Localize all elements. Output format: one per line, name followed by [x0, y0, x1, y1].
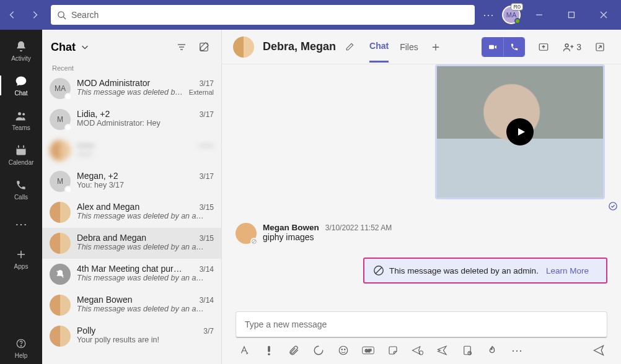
format-button[interactable]: [238, 344, 250, 357]
svg-rect-7: [17, 147, 26, 149]
rail-label: Activity: [11, 55, 31, 62]
stream-button[interactable]: [436, 344, 449, 357]
chat-list-item[interactable]: Polly3/7Your polly results are in!: [42, 321, 221, 352]
chat-item-preview: This message was deleted by an a…: [77, 274, 204, 282]
chat-list-pane: Chat Recent MAMOD Administrator3/17This …: [42, 30, 222, 364]
rail-activity[interactable]: Activity: [0, 35, 42, 67]
chat-item-avatar: [50, 233, 71, 254]
add-tab-button[interactable]: ＋: [429, 38, 442, 55]
chat-list-item[interactable]: 4th Mar Meeting chat pur…3/14This messag…: [42, 259, 221, 290]
tab-chat[interactable]: Chat: [369, 31, 389, 63]
blocked-icon: [373, 265, 384, 276]
chat-list-header: Chat: [42, 30, 221, 64]
conversation-body[interactable]: Megan Bowen 3/10/2022 11:52 AM giphy ima…: [222, 64, 621, 303]
chat-item-date: 3/17: [200, 172, 214, 181]
new-chat-button[interactable]: [195, 38, 213, 56]
plus-icon: [14, 248, 28, 261]
svg-line-1: [63, 17, 66, 19]
svg-point-4: [18, 112, 21, 115]
deleted-message-banner: This message was deleted by an admin. Le…: [363, 258, 607, 284]
chat-item-avatar: MA: [50, 78, 71, 99]
attach-button[interactable]: [288, 344, 300, 357]
message-text: giphy images: [263, 232, 392, 242]
priority-button[interactable]: [263, 344, 275, 357]
chat-item-avatar: [50, 202, 71, 223]
chat-item-avatar: [50, 140, 71, 161]
participants-button[interactable]: 3: [562, 41, 581, 53]
call-button-group: [482, 37, 525, 57]
learn-more-link[interactable]: Learn More: [546, 266, 589, 275]
rail-help[interactable]: Help: [0, 332, 42, 364]
chat-item-date: 3/14: [200, 296, 214, 305]
minimize-button[interactable]: [526, 1, 553, 29]
compose-input[interactable]: Type a new message: [236, 311, 607, 338]
chat-list-item[interactable]: Alex and Megan3/15This message was delet…: [42, 197, 221, 228]
rail-label: Calls: [14, 194, 28, 201]
chat-list-item[interactable]: MAMOD Administrator3/17This message was …: [42, 73, 221, 104]
svg-point-11: [20, 345, 21, 346]
emoji-button[interactable]: [337, 344, 350, 357]
conversation-title: Debra, Megan: [263, 40, 336, 53]
loop-button[interactable]: [312, 344, 325, 357]
svg-point-19: [565, 44, 568, 47]
share-screen-button[interactable]: [534, 37, 553, 57]
chat-list-title: Chat: [51, 41, 76, 54]
audio-call-button[interactable]: [503, 38, 524, 56]
sticker-button[interactable]: [387, 344, 399, 357]
chat-list-item[interactable]: Megan Bowen3/14This message was deleted …: [42, 290, 221, 321]
viva-button[interactable]: [486, 344, 498, 357]
teams-icon: [14, 109, 28, 123]
search-icon: [57, 11, 66, 20]
rail-calls[interactable]: Calls: [0, 173, 42, 206]
more-menu[interactable]: ⋯: [480, 8, 497, 22]
svg-rect-26: [268, 346, 270, 352]
rail-calendar[interactable]: Calendar: [0, 139, 42, 171]
close-button[interactable]: [590, 1, 617, 29]
message-author: Megan Bowen: [263, 223, 319, 232]
chat-list: MAMOD Administrator3/17This message was …: [42, 73, 221, 352]
group-avatar: [233, 37, 254, 58]
message-avatar: [236, 223, 257, 244]
svg-point-28: [339, 346, 348, 355]
schedule-send-button[interactable]: [412, 344, 424, 357]
chat-item-preview: This message was deleted by …: [77, 88, 185, 97]
chat-item-preview: Your polly results are in!: [77, 336, 159, 344]
approvals-button[interactable]: [461, 344, 473, 357]
back-button[interactable]: [4, 6, 21, 24]
video-call-button[interactable]: [482, 38, 503, 56]
filter-button[interactable]: [173, 38, 190, 56]
rail-label: Calendar: [9, 159, 34, 166]
current-user-avatar[interactable]: MA R0: [502, 6, 521, 24]
tab-files[interactable]: Files: [400, 32, 418, 62]
chevron-down-icon[interactable]: [81, 43, 89, 51]
rail-more[interactable]: ⋯: [0, 208, 42, 240]
chat-item-date: 3/17: [200, 79, 214, 88]
play-icon: [506, 118, 534, 145]
video-thumbnail[interactable]: [435, 64, 605, 199]
chat-item-title: Debra and Megan: [77, 233, 146, 243]
rail-teams[interactable]: Teams: [0, 104, 42, 136]
chat-item-date: ——: [199, 141, 214, 150]
chat-list-item[interactable]: ——————: [42, 135, 221, 166]
rail-apps[interactable]: Apps: [0, 243, 42, 275]
edit-name-icon[interactable]: [345, 42, 355, 52]
chat-list-item[interactable]: MLidia, +23/17MOD Administrator: Hey: [42, 104, 221, 135]
gif-button[interactable]: GIF: [362, 344, 374, 357]
more-apps-button[interactable]: ⋯: [511, 344, 523, 357]
section-recent: Recent: [42, 64, 221, 73]
chat-list-item[interactable]: MMegan, +23/17You: hey 3/17: [42, 166, 221, 197]
chat-list-item[interactable]: Debra and Megan3/15This message was dele…: [42, 228, 221, 259]
rail-label: Help: [15, 352, 28, 359]
search-box[interactable]: Search: [51, 5, 475, 25]
chat-item-badge: External: [189, 89, 214, 96]
maximize-button[interactable]: [558, 1, 585, 29]
rail-chat[interactable]: Chat: [0, 69, 42, 102]
chat-item-title: Megan Bowen: [77, 295, 133, 305]
popout-button[interactable]: [590, 37, 610, 57]
forward-button[interactable]: [26, 6, 43, 24]
send-button[interactable]: [592, 344, 605, 357]
participants-count: 3: [576, 42, 581, 52]
chat-item-title: Lidia, +2: [77, 109, 110, 119]
deleted-banner-text: This message was deleted by an admin.: [389, 266, 539, 275]
svg-point-29: [341, 349, 343, 350]
